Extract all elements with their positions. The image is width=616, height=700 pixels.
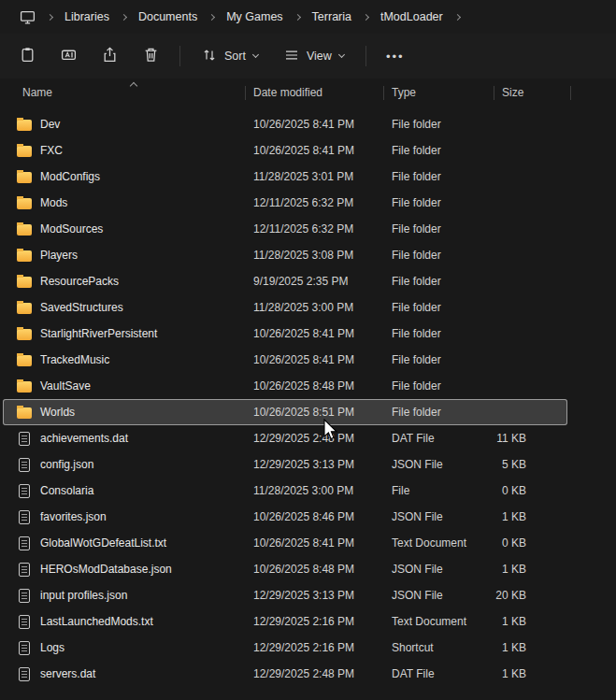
file-row[interactable]: HEROsModDatabase.json10/26/2025 8:48 PMJ… <box>3 556 567 582</box>
more-options-button[interactable]: ••• <box>376 40 415 72</box>
file-date-modified: 9/19/2025 2:35 PM <box>245 275 383 288</box>
file-row[interactable]: config.json12/29/2025 3:13 PMJSON File5 … <box>3 451 567 478</box>
file-row[interactable]: ModSources12/11/2025 6:32 PMFile folder <box>3 216 567 242</box>
column-header-type[interactable]: Type <box>383 86 494 99</box>
file-date-modified: 10/26/2025 8:41 PM <box>245 536 383 550</box>
file-name: ResourcePacks <box>40 275 119 288</box>
chevron-right-icon <box>294 13 301 20</box>
file-size: 20 KB <box>494 589 567 602</box>
breadcrumb-item-tmodloader[interactable]: tModLoader <box>372 6 451 28</box>
file-list: Dev10/26/2025 8:41 PMFile folderFXC10/26… <box>0 107 616 687</box>
file-type: File <box>383 484 494 497</box>
file-name: TrackedMusic <box>40 353 109 366</box>
file-date-modified: 11/28/2025 3:01 PM <box>245 170 383 183</box>
file-type: JSON File <box>383 510 494 523</box>
file-icon <box>19 615 30 629</box>
file-icon <box>19 432 30 446</box>
file-row[interactable]: StarlightRiverPersistent10/26/2025 8:41 … <box>3 321 567 347</box>
file-size: 0 KB <box>494 484 567 497</box>
file-name: VaultSave <box>40 379 91 393</box>
column-divider[interactable] <box>494 86 494 100</box>
file-row[interactable]: Players11/28/2025 3:08 PMFile folder <box>3 242 567 268</box>
file-row[interactable]: achievements.dat12/29/2025 2:48 PMDAT Fi… <box>3 425 567 451</box>
paste-button[interactable] <box>7 40 47 72</box>
file-type: DAT File <box>383 667 494 680</box>
file-name: Worlds <box>40 406 75 419</box>
file-row[interactable]: Mods12/11/2025 6:32 PMFile folder <box>3 190 567 216</box>
file-name: Consolaria <box>40 484 93 497</box>
file-date-modified: 10/26/2025 8:41 PM <box>245 144 383 157</box>
file-row[interactable]: VaultSave10/26/2025 8:48 PMFile folder <box>3 373 567 399</box>
breadcrumb: Libraries Documents My Games Terraria tM… <box>0 0 616 34</box>
file-type: File folder <box>383 275 494 288</box>
file-row[interactable]: Logs12/29/2025 2:16 PMShortcut1 KB <box>3 635 567 661</box>
file-date-modified: 10/26/2025 8:48 PM <box>245 563 383 576</box>
file-row[interactable]: FXC10/26/2025 8:41 PMFile folder <box>3 137 567 164</box>
rename-button[interactable] <box>49 40 88 72</box>
column-headers: Name Date modified Type Size <box>3 79 616 107</box>
file-name: config.json <box>40 458 93 471</box>
column-header-date-modified[interactable]: Date modified <box>245 86 383 99</box>
folder-icon <box>17 355 32 366</box>
breadcrumb-item-documents[interactable]: Documents <box>130 6 206 28</box>
folder-icon <box>17 381 32 393</box>
file-name: Dev <box>40 118 60 131</box>
folder-icon <box>17 303 32 314</box>
column-header-name[interactable]: Name <box>3 86 245 99</box>
view-icon <box>284 48 299 65</box>
file-name: servers.dat <box>40 667 95 680</box>
share-button[interactable] <box>90 40 129 72</box>
file-date-modified: 11/28/2025 3:00 PM <box>245 301 383 314</box>
paste-icon <box>20 47 36 65</box>
view-button[interactable]: View <box>272 40 356 72</box>
file-date-modified: 12/29/2025 2:48 PM <box>245 432 383 445</box>
breadcrumb-item-my-games[interactable]: My Games <box>218 6 291 28</box>
breadcrumb-item-terraria[interactable]: Terraria <box>304 6 360 28</box>
file-row[interactable]: Consolaria11/28/2025 3:00 PMFile0 KB <box>3 478 567 504</box>
rename-icon <box>61 47 77 65</box>
chevron-down-icon <box>338 51 345 58</box>
folder-icon <box>17 407 32 419</box>
column-divider[interactable] <box>383 86 384 100</box>
file-row[interactable]: SavedStructures11/28/2025 3:00 PMFile fo… <box>3 294 567 321</box>
breadcrumb-item-libraries[interactable]: Libraries <box>56 6 118 28</box>
file-date-modified: 10/26/2025 8:48 PM <box>245 379 383 393</box>
file-type: Text Document <box>383 536 494 550</box>
more-options-icon: ••• <box>386 50 405 64</box>
file-size: 5 KB <box>494 458 567 471</box>
file-type: File folder <box>383 196 494 209</box>
file-name: ModConfigs <box>40 170 100 183</box>
folder-icon <box>17 120 32 131</box>
file-date-modified: 12/29/2025 2:48 PM <box>245 667 383 680</box>
file-date-modified: 12/29/2025 3:13 PM <box>245 589 383 602</box>
file-row[interactable]: input profiles.json12/29/2025 3:13 PMJSO… <box>3 582 567 608</box>
sort-button[interactable]: Sort <box>190 40 270 72</box>
file-size: 1 KB <box>494 510 567 523</box>
file-icon <box>19 458 30 472</box>
column-divider[interactable] <box>570 86 571 100</box>
file-type: Shortcut <box>383 641 494 654</box>
column-divider[interactable] <box>245 86 246 100</box>
column-header-size[interactable]: Size <box>494 86 570 99</box>
file-row[interactable]: Dev10/26/2025 8:41 PMFile folder <box>3 111 567 137</box>
delete-button[interactable] <box>131 40 170 72</box>
this-pc-icon[interactable] <box>11 5 44 30</box>
file-type: File folder <box>383 327 494 340</box>
file-row[interactable]: Worlds10/26/2025 8:51 PMFile folder <box>3 399 567 425</box>
view-label: View <box>307 50 332 63</box>
file-row[interactable]: GlobalWotGDefeatList.txt10/26/2025 8:41 … <box>3 530 567 556</box>
file-type: File folder <box>383 379 494 393</box>
file-size: 11 KB <box>494 432 567 445</box>
file-row[interactable]: favorites.json10/26/2025 8:46 PMJSON Fil… <box>3 504 567 530</box>
file-row[interactable]: LastLaunchedMods.txt12/29/2025 2:16 PMTe… <box>3 608 567 635</box>
file-icon <box>19 641 30 655</box>
file-date-modified: 10/26/2025 8:41 PM <box>245 353 383 366</box>
file-size: 1 KB <box>494 641 567 654</box>
file-row[interactable]: TrackedMusic10/26/2025 8:41 PMFile folde… <box>3 347 567 373</box>
file-row[interactable]: ModConfigs11/28/2025 3:01 PMFile folder <box>3 164 567 190</box>
file-icon <box>19 536 30 550</box>
file-type: File folder <box>383 301 494 314</box>
file-name: ModSources <box>40 222 103 236</box>
file-row[interactable]: ResourcePacks9/19/2025 2:35 PMFile folde… <box>3 268 567 294</box>
file-row[interactable]: servers.dat12/29/2025 2:48 PMDAT File1 K… <box>3 661 567 687</box>
